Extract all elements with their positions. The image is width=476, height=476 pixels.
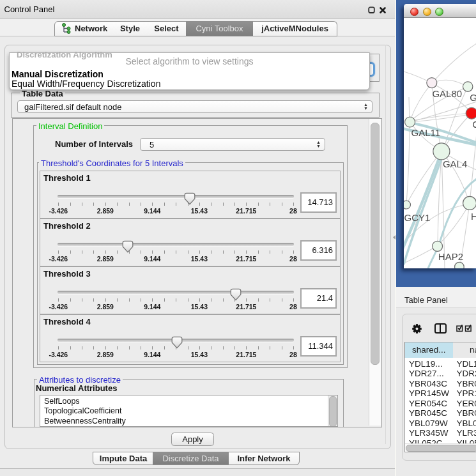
svg-text:GAL11: GAL11 (411, 127, 440, 138)
svg-text:GA: GA (470, 92, 476, 103)
svg-text:GAL4: GAL4 (442, 158, 466, 169)
svg-text:HI: HI (471, 211, 476, 222)
svg-text:CY: CY (472, 119, 476, 130)
svg-text:HAP2: HAP2 (438, 251, 463, 262)
svg-text:GAL80: GAL80 (432, 88, 462, 99)
svg-text:GCY1: GCY1 (404, 212, 430, 223)
